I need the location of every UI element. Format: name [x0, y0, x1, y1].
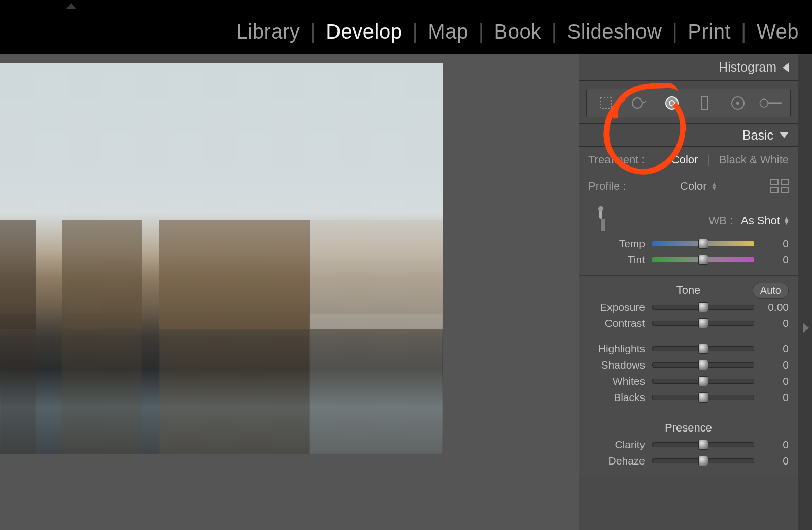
module-divider: |: [545, 20, 564, 43]
tone-auto-button[interactable]: Auto: [753, 283, 789, 299]
whites-slider-row: Whites 0: [588, 375, 789, 387]
svg-rect-0: [601, 98, 611, 108]
right-panel-expand-icon[interactable]: [803, 323, 809, 333]
local-tools-strip: [586, 89, 791, 117]
module-web[interactable]: Web: [754, 20, 802, 43]
dehaze-slider-row: Dehaze 0: [588, 455, 789, 467]
temp-value[interactable]: 0: [761, 238, 789, 250]
photo-preview[interactable]: [0, 63, 443, 454]
module-print[interactable]: Print: [685, 20, 734, 43]
whites-label: Whites: [588, 375, 645, 387]
highlights-slider-thumb[interactable]: [698, 344, 708, 354]
exposure-value[interactable]: 0.00: [761, 301, 789, 313]
triangle-down-icon: [780, 132, 789, 138]
updown-icon: ▲▼: [711, 182, 717, 190]
treatment-color[interactable]: Color: [671, 153, 698, 167]
profile-section: Profile : Color ▲▼: [579, 173, 798, 200]
profile-dropdown[interactable]: Color ▲▼: [680, 180, 716, 193]
tone-section: Tone Auto Exposure 0.00 Contrast 0 Highl…: [579, 275, 798, 413]
exposure-label: Exposure: [588, 301, 645, 313]
svg-point-1: [632, 98, 642, 108]
wb-dropdown[interactable]: As Shot ▲▼: [741, 214, 789, 227]
presence-header: Presence: [588, 421, 789, 435]
svg-point-6: [737, 102, 739, 104]
module-develop[interactable]: Develop: [323, 20, 405, 43]
dehaze-label: Dehaze: [588, 455, 645, 467]
blacks-slider-thumb[interactable]: [698, 392, 708, 403]
clarity-slider-thumb[interactable]: [698, 440, 708, 450]
white-balance-eyedropper-icon[interactable]: [583, 203, 619, 239]
temp-slider-thumb[interactable]: [698, 239, 708, 249]
white-balance-section: WB : As Shot ▲▼ Temp 0 Tint: [579, 200, 798, 275]
dehaze-value[interactable]: 0: [761, 455, 789, 467]
shadows-label: Shadows: [588, 359, 645, 371]
module-tabs: Library | Develop | Map | Book | Slidesh…: [233, 20, 802, 43]
module-divider: |: [665, 20, 685, 43]
module-divider: |: [303, 20, 323, 43]
clarity-value[interactable]: 0: [761, 439, 789, 451]
exposure-slider[interactable]: [652, 305, 754, 310]
basic-label: Basic: [742, 128, 773, 143]
profile-value: Color: [680, 180, 707, 193]
module-map[interactable]: Map: [425, 20, 471, 43]
adjustment-brush-tool[interactable]: [759, 93, 783, 113]
module-divider: |: [734, 20, 754, 43]
whites-slider[interactable]: [652, 379, 754, 384]
shadows-slider-thumb[interactable]: [698, 360, 708, 370]
dehaze-slider-thumb[interactable]: [698, 456, 708, 466]
updown-icon: ▲▼: [783, 217, 789, 225]
clarity-slider[interactable]: [652, 442, 754, 447]
module-divider: |: [405, 20, 425, 43]
graduated-filter-tool[interactable]: [693, 93, 717, 113]
histogram-panel-header[interactable]: Histogram: [579, 54, 798, 81]
blacks-slider[interactable]: [652, 395, 754, 400]
shadows-slider-row: Shadows 0: [588, 359, 789, 371]
highlights-value[interactable]: 0: [761, 343, 789, 355]
shadows-value[interactable]: 0: [761, 359, 789, 371]
image-viewer[interactable]: [0, 54, 579, 530]
contrast-slider[interactable]: [652, 321, 754, 326]
dehaze-slider[interactable]: [652, 458, 754, 463]
highlights-slider[interactable]: [652, 346, 754, 351]
wb-value: As Shot: [741, 214, 780, 227]
tint-label: Tint: [588, 254, 645, 266]
red-eye-tool[interactable]: [660, 93, 684, 113]
module-library[interactable]: Library: [233, 20, 303, 43]
identity-plate-caret-icon[interactable]: [66, 3, 76, 9]
module-picker-bar: Library | Develop | Map | Book | Slidesh…: [0, 0, 812, 54]
temp-slider[interactable]: [652, 241, 754, 246]
whites-value[interactable]: 0: [761, 375, 789, 387]
tint-slider-thumb[interactable]: [698, 255, 708, 265]
shadows-slider[interactable]: [652, 362, 754, 368]
whites-slider-thumb[interactable]: [698, 376, 708, 386]
exposure-slider-thumb[interactable]: [698, 302, 708, 312]
panel-scrollbar[interactable]: [798, 54, 812, 530]
svg-point-3: [669, 101, 674, 106]
develop-right-panel: Histogram: [579, 54, 812, 530]
treatment-bw[interactable]: Black & White: [719, 153, 789, 167]
radial-filter-tool[interactable]: [726, 93, 750, 113]
blacks-slider-row: Blacks 0: [588, 391, 789, 404]
treatment-label: Treatment :: [588, 153, 645, 167]
svg-point-8: [597, 205, 604, 212]
contrast-value[interactable]: 0: [761, 317, 789, 329]
tint-slider[interactable]: [652, 257, 754, 262]
module-slideshow[interactable]: Slideshow: [564, 20, 665, 43]
temp-label: Temp: [588, 238, 645, 250]
clarity-label: Clarity: [588, 439, 645, 451]
svg-rect-4: [702, 97, 708, 109]
tint-value[interactable]: 0: [761, 254, 789, 266]
tone-header: Tone Auto: [588, 284, 789, 297]
contrast-slider-thumb[interactable]: [698, 318, 708, 328]
exposure-slider-row: Exposure 0.00: [588, 301, 789, 313]
treatment-divider: |: [707, 153, 710, 167]
spot-removal-tool[interactable]: [627, 93, 651, 113]
module-book[interactable]: Book: [491, 20, 545, 43]
profile-browser-button[interactable]: [770, 179, 789, 193]
triangle-left-icon: [783, 63, 789, 72]
basic-panel-header[interactable]: Basic: [579, 123, 798, 147]
crop-tool[interactable]: [594, 93, 618, 113]
clarity-slider-row: Clarity 0: [588, 439, 789, 451]
tone-label: Tone: [676, 284, 701, 297]
blacks-value[interactable]: 0: [761, 391, 789, 404]
